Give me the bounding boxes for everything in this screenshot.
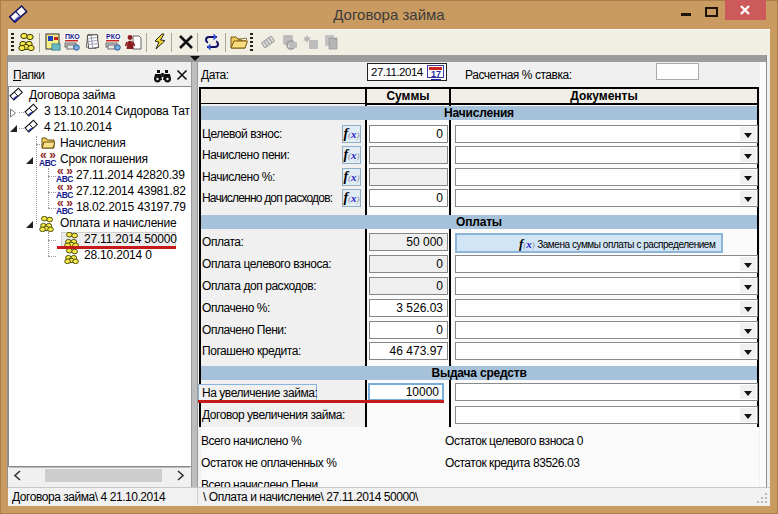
svg-text:РКО: РКО: [106, 33, 121, 40]
svg-text:ПКО: ПКО: [65, 33, 80, 40]
